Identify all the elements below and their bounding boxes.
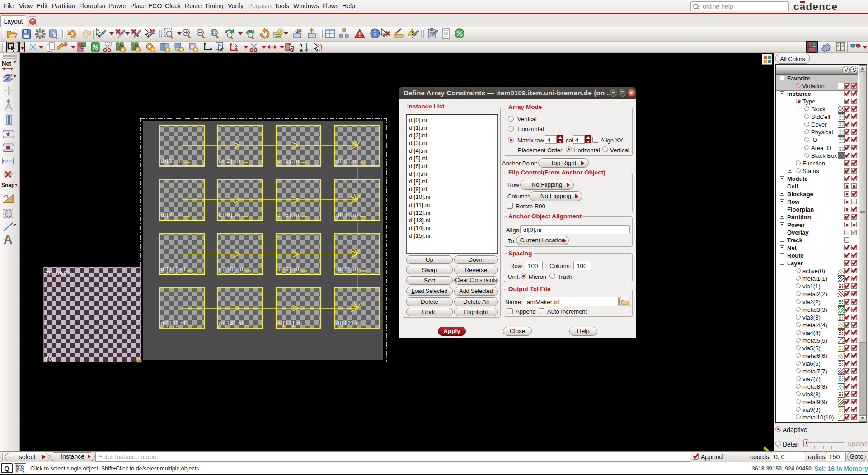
svg-text:dl[12].ni: dl[12].ni (336, 320, 361, 327)
svg-text:dl[11].ni: dl[11].ni (161, 266, 185, 273)
svg-text:noc: noc (46, 356, 54, 362)
svg-text:TU=69.8%: TU=69.8% (46, 270, 71, 277)
svg-text:dl[14].ni: dl[14].ni (219, 320, 243, 327)
svg-text:dl[13].ni: dl[13].ni (277, 320, 302, 327)
svg-text:dl[15].ni: dl[15].ni (161, 320, 185, 327)
svg-text:a: a (300, 47, 303, 53)
svg-text:dl[10].ni: dl[10].ni (219, 266, 243, 273)
